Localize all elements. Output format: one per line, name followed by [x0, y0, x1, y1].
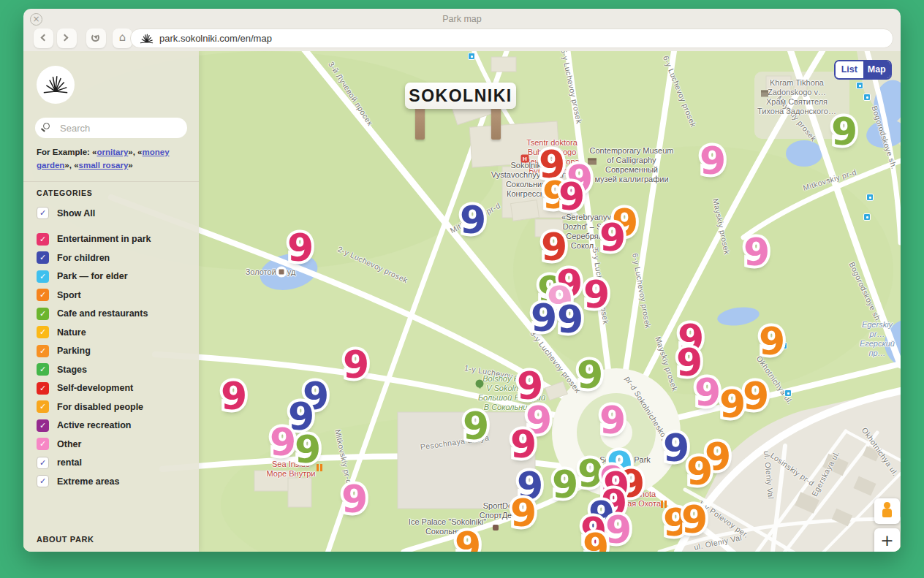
sidebar: For Example: «ornitary», «money garden»,…	[23, 51, 199, 552]
map-pin-green[interactable]: 99	[463, 409, 489, 443]
back-icon	[41, 34, 48, 42]
category-checkbox-row[interactable]: ✓Park — for elder	[37, 267, 190, 286]
category-label: Extreme areas	[57, 476, 119, 487]
category-label: For disabled people	[57, 402, 143, 412]
url-text: park.sokolniki.com/en/map	[159, 33, 272, 44]
view-toggle: List Map	[834, 60, 892, 80]
checkbox-icon[interactable]: ✓	[37, 251, 49, 264]
category-checkbox-row[interactable]: ✓Self-development	[37, 379, 190, 398]
window-title: Park map	[23, 14, 901, 24]
map-pin-red[interactable]: 99	[541, 230, 567, 264]
fan-logo-icon	[42, 75, 69, 94]
forward-button[interactable]	[57, 28, 77, 48]
reload-button[interactable]	[86, 28, 106, 48]
checkbox-icon[interactable]: ✓	[37, 326, 49, 338]
map-pin-crimson[interactable]: 99	[510, 427, 537, 461]
about-park-link[interactable]: ABOUT PARK	[37, 535, 94, 544]
site-fan-icon	[140, 34, 154, 44]
map-pin-indigo[interactable]: 99	[531, 301, 557, 335]
tab-list-view[interactable]: List	[836, 61, 863, 78]
category-label: For children	[57, 253, 110, 263]
checkbox-icon[interactable]: ✓	[37, 289, 49, 301]
category-checkbox-row[interactable]: ✓rental	[37, 454, 190, 473]
checkbox-icon[interactable]: ✓	[37, 363, 49, 376]
map-pin-pink[interactable]: 99	[341, 482, 368, 516]
map-pin-orange[interactable]: 99	[583, 531, 609, 552]
map-pin-orange[interactable]: 99	[455, 529, 481, 552]
checkbox-icon[interactable]: ✓	[37, 207, 49, 219]
map-pin-orange[interactable]: 99	[686, 455, 713, 488]
checkbox-icon[interactable]: ✓	[37, 438, 49, 450]
map-pin-green[interactable]: 99	[295, 433, 321, 466]
map-pin-orange[interactable]: 99	[759, 324, 785, 358]
map-pin-pink[interactable]: 99	[605, 513, 632, 547]
checkbox-icon[interactable]: ✓	[37, 270, 49, 283]
category-checkbox-row[interactable]: ✓Show All	[37, 204, 190, 223]
category-label: Parking	[57, 346, 91, 356]
map-pin-crimson[interactable]: 99	[583, 278, 610, 311]
park-logo[interactable]	[37, 66, 75, 104]
map-pin-indigo[interactable]: 99	[557, 303, 583, 336]
checkbox-icon[interactable]: ✓	[37, 419, 49, 432]
map-pin-green[interactable]: 99	[577, 358, 603, 392]
sokolniki-sign: SOKOLNIKI	[405, 83, 516, 109]
map-pin-green[interactable]: 99	[552, 468, 578, 501]
category-checkbox-row[interactable]: ✓Stages	[37, 360, 190, 379]
category-checkbox-row[interactable]: ✓Extreme areas	[37, 472, 190, 491]
category-checkbox-row[interactable]: ✓Cafe and restaurants	[37, 305, 190, 324]
map-pin-orange[interactable]: 99	[719, 387, 746, 421]
zoom-control[interactable]: +	[874, 528, 900, 552]
map-canvas[interactable]: 3-й Лучевой просек5-y Luchevoy prosek6-y…	[23, 51, 901, 552]
example-link[interactable]: ornitary	[96, 148, 128, 156]
map-pin-crimson[interactable]: 99	[287, 231, 314, 265]
pegman-icon	[884, 502, 890, 509]
map-pin-green[interactable]: 99	[831, 115, 857, 148]
category-checkbox-row[interactable]: ✓Parking	[37, 342, 190, 361]
category-checkbox-row[interactable]: ✓For disabled people	[37, 398, 190, 417]
map-pin-orange[interactable]: 99	[510, 496, 537, 530]
map-pin-indigo[interactable]: 99	[663, 431, 689, 465]
checkbox-icon[interactable]: ✓	[37, 382, 49, 395]
checkbox-icon[interactable]: ✓	[37, 308, 49, 320]
map-pin-indigo[interactable]: 99	[460, 203, 486, 237]
map-pin-crimson[interactable]: 99	[343, 348, 369, 381]
back-button[interactable]	[34, 28, 53, 48]
map-pin-pink[interactable]: 99	[700, 144, 726, 178]
checkbox-icon[interactable]: ✓	[37, 345, 49, 357]
title-bar: × Park map	[23, 9, 901, 29]
map-pin-pink[interactable]: 99	[694, 376, 721, 409]
map-pin-orange[interactable]: 99	[681, 503, 708, 536]
home-button[interactable]: ⌂	[113, 28, 132, 48]
category-label: Entertainment in park	[57, 234, 151, 244]
category-label: Other	[57, 439, 81, 449]
map-pin-crimson[interactable]: 99	[221, 379, 247, 413]
pegman-button[interactable]	[874, 498, 900, 524]
reload-icon	[91, 34, 99, 42]
map-pin-pink[interactable]: 99	[270, 425, 296, 459]
category-checkbox-row[interactable]: ✓Other	[37, 435, 190, 454]
category-checkbox-row[interactable]: ✓Nature	[37, 323, 190, 342]
example-link[interactable]: small rosary	[79, 161, 129, 170]
category-label: Show All	[57, 208, 95, 218]
checkbox-icon[interactable]: ✓	[37, 233, 49, 246]
map-pin-crimson[interactable]: 99	[558, 180, 585, 213]
url-bar[interactable]: park.sokolniki.com/en/map	[130, 28, 893, 48]
checkbox-icon[interactable]: ✓	[37, 400, 49, 413]
sidebar-divider	[23, 181, 199, 182]
tab-map-view[interactable]: Map	[863, 61, 891, 78]
category-label: Active recreation	[57, 420, 131, 430]
map-pin-pink[interactable]: 99	[743, 235, 770, 269]
checkbox-icon[interactable]: ✓	[37, 475, 49, 487]
category-label: Cafe and restaurants	[57, 308, 148, 319]
category-checkbox-row[interactable]: ✓Sport	[37, 286, 190, 305]
checkbox-icon[interactable]: ✓	[37, 457, 49, 469]
category-checkbox-row[interactable]: ✓Entertainment in park	[37, 230, 190, 249]
category-checkbox-row[interactable]: ✓Active recreation	[37, 417, 190, 436]
map-pin-crimson[interactable]: 99	[599, 221, 626, 254]
category-label: Self-development	[57, 383, 133, 393]
map-pin-pink[interactable]: 99	[599, 403, 626, 437]
search-input[interactable]	[35, 118, 187, 138]
zoom-in-button[interactable]: +	[874, 528, 900, 552]
map-pin-orange[interactable]: 99	[743, 379, 769, 413]
category-checkbox-row[interactable]: ✓For children	[37, 248, 190, 267]
